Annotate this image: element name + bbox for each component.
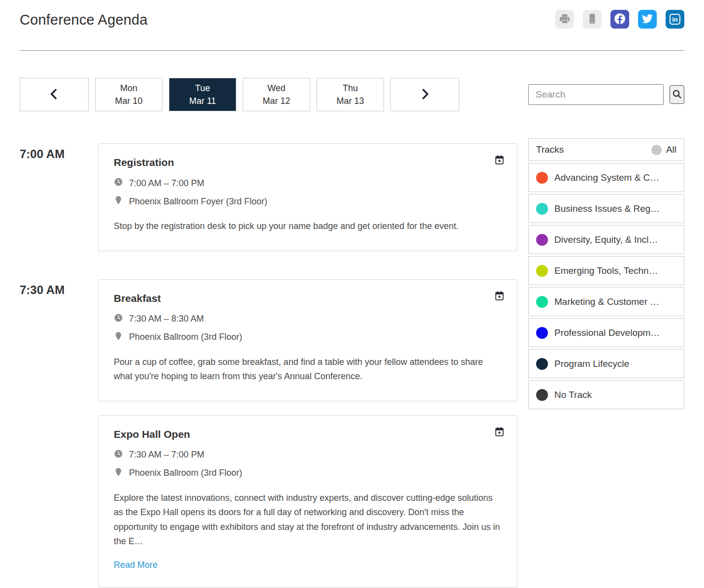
- facebook-share-button[interactable]: [610, 10, 629, 29]
- conference-agenda-page: Conference Agenda: [0, 0, 704, 588]
- search-input[interactable]: [528, 84, 664, 105]
- location-pin-icon: [114, 331, 123, 343]
- day-name: Thu: [343, 83, 358, 94]
- day-tab-mon[interactable]: Mon Mar 10: [95, 78, 162, 111]
- session-time: 7:00 AM – 7:00 PM: [129, 178, 204, 189]
- twitter-share-button[interactable]: [638, 10, 657, 29]
- sidebar: Tracks All Advancing System & C… Busines…: [528, 78, 684, 588]
- day-date: Mar 11: [189, 96, 216, 106]
- track-color-dot: [536, 265, 548, 277]
- print-icon: [559, 13, 571, 26]
- track-label: Program Lifecycle: [554, 359, 629, 369]
- track-color-dot: [536, 327, 548, 339]
- session-time: 7:30 AM – 8:30 AM: [129, 314, 204, 324]
- print-button[interactable]: [555, 10, 574, 29]
- calendar-plus-icon: [494, 431, 505, 438]
- time-slot-label: 7:00 AM: [20, 147, 98, 161]
- clock-icon: [114, 177, 123, 189]
- clock-icon: [114, 449, 123, 461]
- day-date: Mar 13: [336, 96, 364, 106]
- agenda-group: 7:30 AM: [20, 279, 517, 588]
- track-filter-advancing-system[interactable]: Advancing System & C…: [528, 163, 684, 192]
- session-location: Phoenix Ballroom Foyer (3rd Floor): [129, 196, 267, 207]
- tracks-title: Tracks: [536, 144, 564, 155]
- track-filter-program-lifecycle[interactable]: Program Lifecycle: [528, 349, 684, 378]
- add-to-calendar-button[interactable]: [493, 426, 505, 438]
- add-to-calendar-button[interactable]: [493, 155, 505, 166]
- linkedin-icon: in: [670, 14, 680, 25]
- agenda-column: Mon Mar 10 Tue Mar 11 Wed Mar 12 Thu Mar…: [20, 78, 517, 588]
- day-date: Mar 10: [115, 96, 142, 106]
- calendar-plus-icon: [494, 159, 505, 166]
- location-pin-icon: [114, 196, 123, 207]
- all-tracks-label: All: [666, 144, 676, 155]
- track-color-dot: [536, 203, 548, 215]
- calendar-plus-icon: [494, 295, 505, 302]
- day-name: Mon: [120, 83, 137, 94]
- session-time: 7:30 AM – 7:00 PM: [129, 450, 204, 460]
- track-filter-diversity-equity[interactable]: Diversity, Equity, & Incl…: [528, 225, 684, 254]
- tracks-panel: Tracks All Advancing System & C… Busines…: [528, 138, 684, 409]
- track-label: Professional Developm…: [554, 327, 660, 338]
- session-title: Expo Hall Open: [114, 428, 502, 440]
- track-label: No Track: [554, 390, 592, 400]
- location-pin-icon: [114, 467, 123, 479]
- chevron-left-icon: [48, 87, 61, 103]
- track-filter-professional-development[interactable]: Professional Developm…: [528, 318, 684, 347]
- linkedin-share-button[interactable]: in: [666, 10, 684, 29]
- track-color-dot: [536, 358, 548, 370]
- session-location: Phoenix Ballroom (3rd Floor): [129, 468, 242, 478]
- time-slot-label: 7:30 AM: [20, 283, 98, 297]
- track-label: Advancing System & C…: [554, 172, 659, 183]
- day-tab-wed[interactable]: Wed Mar 12: [243, 78, 310, 111]
- chevron-right-icon: [418, 87, 431, 103]
- all-tracks-dot: [651, 145, 662, 155]
- track-label: Diversity, Equity, & Incl…: [554, 234, 658, 245]
- session-description: Pour a cup of coffee, grab some breakfas…: [114, 355, 502, 384]
- day-tab-thu[interactable]: Thu Mar 13: [317, 78, 384, 111]
- header-actions: in: [555, 10, 684, 29]
- facebook-icon: [613, 12, 626, 27]
- add-to-calendar-button[interactable]: [493, 291, 505, 302]
- day-date: Mar 12: [262, 96, 290, 106]
- track-filter-emerging-tools[interactable]: Emerging Tools, Techn…: [528, 256, 684, 285]
- page-title: Conference Agenda: [20, 10, 148, 28]
- read-more-link[interactable]: Read More: [114, 560, 158, 570]
- tracks-all-toggle[interactable]: All: [651, 144, 676, 155]
- mobile-phone-icon: [586, 13, 598, 26]
- session-card-breakfast: Breakfast 7:30 AM – 8:30 AM: [98, 279, 517, 401]
- track-filter-no-track[interactable]: No Track: [528, 380, 684, 409]
- track-filter-marketing-customer[interactable]: Marketing & Customer …: [528, 287, 684, 316]
- next-day-button[interactable]: [390, 78, 459, 111]
- page-header: Conference Agenda: [20, 0, 684, 51]
- track-label: Emerging Tools, Techn…: [554, 265, 658, 276]
- track-filter-business-issues[interactable]: Business Issues & Reg…: [528, 194, 684, 223]
- session-title: Registration: [114, 157, 502, 168]
- session-title: Breakfast: [114, 293, 502, 304]
- mobile-view-button[interactable]: [583, 10, 602, 29]
- clock-icon: [114, 313, 123, 325]
- day-name: Wed: [267, 83, 286, 94]
- session-description: Stop by the registration desk to pick up…: [114, 219, 502, 234]
- track-color-dot: [536, 172, 548, 184]
- search-button[interactable]: [670, 85, 684, 104]
- day-name: Tue: [195, 83, 210, 94]
- session-card-expo-hall: Expo Hall Open 7:30 AM – 7:00 PM: [98, 415, 517, 588]
- agenda-group: 7:00 AM: [20, 143, 517, 251]
- track-label: Marketing & Customer …: [554, 296, 659, 307]
- track-color-dot: [536, 389, 548, 401]
- session-location: Phoenix Ballroom (3rd Floor): [129, 332, 242, 342]
- track-color-dot: [536, 234, 548, 246]
- date-navigation: Mon Mar 10 Tue Mar 11 Wed Mar 12 Thu Mar…: [20, 78, 517, 111]
- track-label: Business Issues & Reg…: [554, 203, 660, 214]
- previous-day-button[interactable]: [20, 78, 89, 111]
- search-icon: [672, 89, 682, 101]
- search-bar: [528, 78, 684, 111]
- session-card-registration: Registration 7:00 AM – 7:00 PM: [98, 143, 517, 251]
- day-tab-tue[interactable]: Tue Mar 11: [169, 78, 236, 111]
- session-description: Explore the latest innovations, connect …: [114, 491, 502, 549]
- track-color-dot: [536, 296, 548, 308]
- twitter-icon: [642, 13, 653, 26]
- tracks-header: Tracks All: [528, 138, 684, 161]
